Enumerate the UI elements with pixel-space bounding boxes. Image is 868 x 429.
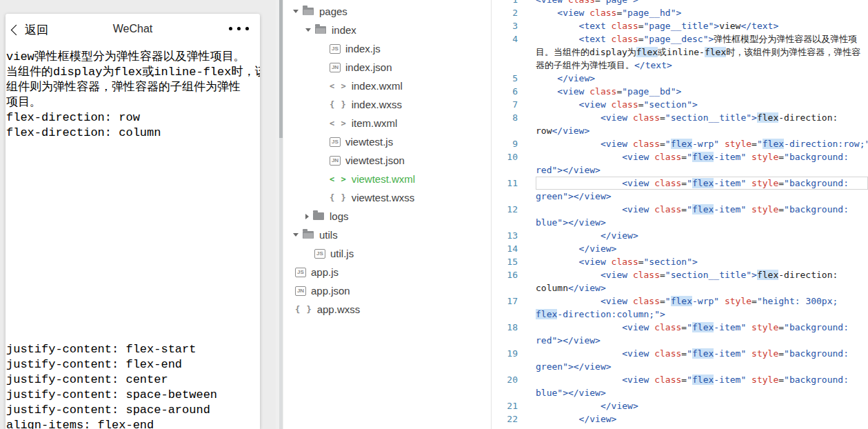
scrollbar-thumb[interactable]	[279, 0, 283, 138]
tree-item-item-wxml[interactable]: < >item.wxml	[283, 114, 491, 132]
code-line-19[interactable]: 19 <view class="flex-item" style="backgr…	[492, 347, 868, 360]
code-token: =	[660, 270, 665, 280]
tree-item-app-js[interactable]: JSapp.js	[283, 263, 491, 281]
tree-item-pages[interactable]: pages	[283, 2, 491, 21]
nav-menu-button[interactable]	[229, 27, 249, 30]
tree-item-util-js[interactable]: JSutil.js	[283, 244, 491, 263]
phone-body-text: view弹性框模型分为弹性容器以及弹性项目。当组件的display为flex或i…	[6, 50, 260, 141]
code-text: red"></view>	[536, 163, 868, 177]
code-token: -direction:	[778, 270, 838, 280]
code-token: =	[681, 322, 687, 332]
code-line-16[interactable]: 16 <view class="section__title">flex-dir…	[492, 268, 868, 281]
code-line-wrap[interactable]: red"></view>	[492, 334, 868, 347]
code-token: <view	[536, 322, 654, 332]
chevron-down-icon[interactable]	[293, 233, 299, 237]
code-line-17[interactable]: 17 <view class="flex-wrp" style="height:…	[492, 295, 868, 308]
tree-item-app-json[interactable]: JNapp.json	[283, 281, 491, 300]
tree-item-logs[interactable]: logs	[283, 207, 491, 226]
gutter-spacer	[518, 295, 536, 308]
phone-nav-bar: 返回 WeChat	[6, 14, 260, 44]
code-text: </view>	[536, 399, 868, 412]
chevron-right-icon[interactable]	[305, 214, 309, 219]
code-line-wrap[interactable]: blue"></view>	[492, 216, 868, 229]
line-number: 13	[492, 229, 518, 242]
tree-item-app-wxss[interactable]: { }app.wxss	[283, 300, 491, 319]
chevron-down-icon[interactable]	[305, 28, 311, 32]
code-line-11[interactable]: 11 <view class="flex-item" style="backgr…	[492, 177, 868, 190]
code-token: >	[751, 270, 757, 280]
json-file-icon: JN	[330, 63, 341, 72]
folder-icon	[313, 212, 324, 220]
code-line-5[interactable]: 5 </view>	[492, 72, 868, 85]
code-line-wrap[interactable]: column</view>	[492, 281, 868, 295]
code-line-wrap[interactable]: flex-direction:column;">	[492, 308, 868, 321]
tree-item-viewtest-json[interactable]: JNviewtest.json	[283, 151, 491, 170]
code-token: class	[654, 204, 681, 214]
code-token: style	[751, 322, 778, 332]
tree-item-label: index.wxml	[352, 80, 403, 92]
gutter-spacer	[518, 150, 536, 163]
tree-item-index[interactable]: index	[283, 21, 491, 39]
code-line-14[interactable]: 14 </view>	[492, 242, 868, 255]
tree-item-index-wxml[interactable]: < >index.wxml	[283, 77, 491, 95]
code-line-13[interactable]: 13 </view>	[492, 229, 868, 242]
code-token: -item"	[714, 348, 751, 359]
code-token: <view	[536, 0, 568, 5]
code-line-4[interactable]: 4 <text class="page__desc">弹性框模型分为弹性容器以及…	[492, 32, 868, 46]
code-text: green"></view>	[536, 190, 868, 203]
tree-item-viewtest-js[interactable]: JSviewtest.js	[283, 132, 491, 151]
code-line-21[interactable]: 21 </view>	[492, 399, 868, 412]
gutter-spacer	[518, 399, 536, 412]
tree-item-viewtest-wxml[interactable]: < >viewtest.wxml	[283, 170, 491, 188]
code-line-3[interactable]: 3 <text class="page__title">view</text>	[492, 19, 868, 32]
tree-item-index-js[interactable]: JSindex.js	[283, 39, 491, 58]
code-line-6[interactable]: 6 <view class="page__bd">	[492, 85, 868, 98]
code-token: =	[751, 139, 757, 149]
gutter-spacer	[518, 360, 536, 373]
code-line-wrap[interactable]: blue"></view>	[492, 386, 868, 399]
gutter-spacer	[518, 203, 536, 216]
code-token: "background:	[784, 178, 849, 188]
tree-item-label: pages	[319, 6, 347, 17]
code-token: style	[751, 348, 778, 359]
code-token: ></view>	[563, 217, 606, 228]
gutter-spacer	[518, 347, 536, 360]
code-line-20[interactable]: 20 <view class="flex-item" style="backgr…	[492, 373, 868, 386]
code-line-wrap[interactable]: green"></view>	[492, 360, 868, 373]
code-line-wrap[interactable]: green"></view>	[492, 190, 868, 203]
code-token: ></view>	[557, 335, 600, 346]
code-line-wrap[interactable]: 目。当组件的display为flex或inline-flex时，该组件则为弹性容…	[492, 46, 868, 59]
code-line-7[interactable]: 7 <view class="section">	[492, 98, 868, 111]
code-line-18[interactable]: 18 <view class="flex-item" style="backgr…	[492, 321, 868, 334]
tree-item-index-json[interactable]: JNindex.json	[283, 58, 491, 77]
code-token: =	[660, 112, 665, 123]
code-line-12[interactable]: 12 <view class="flex-item" style="backgr…	[492, 203, 868, 216]
code-line-10[interactable]: 10 <view class="flex-item" style="backgr…	[492, 150, 868, 163]
code-text: <view class="flex-wrp" style="height: 30…	[536, 295, 868, 308]
code-token: class	[633, 296, 660, 306]
code-token: 器的子组件为弹性项目。	[536, 60, 634, 70]
code-line-2[interactable]: 2 <view class="page__hd">	[492, 6, 868, 19]
code-line-1[interactable]: 1<view class="page">	[492, 0, 868, 6]
js-file-icon: JS	[330, 137, 341, 147]
tree-item-utils[interactable]: utils	[283, 226, 491, 244]
code-token: =	[681, 152, 687, 162]
tree-item-viewtest-wxss[interactable]: { }viewtest.wxss	[283, 188, 491, 207]
gutter-spacer	[518, 46, 536, 59]
code-token: </view>	[536, 230, 638, 241]
line-number	[492, 190, 518, 203]
code-line-wrap[interactable]: row</view>	[492, 124, 868, 137]
code-line-9[interactable]: 9 <view class="flex-wrp" style="flex-dir…	[492, 137, 868, 150]
chevron-down-icon[interactable]	[293, 10, 299, 13]
code-line-wrap[interactable]: 器的子组件为弹性项目。</text>	[492, 59, 868, 72]
code-line-8[interactable]: 8 <view class="section__title">flex-dire…	[492, 111, 868, 124]
tree-item-index-wxss[interactable]: { }index.wxss	[283, 95, 491, 114]
code-line-wrap[interactable]: red"></view>	[492, 163, 868, 177]
code-token: class	[654, 348, 681, 359]
code-line-22[interactable]: 22 </view>	[492, 412, 868, 426]
code-token: flex	[692, 152, 714, 162]
line-number: 15	[492, 255, 518, 268]
line-number: 12	[492, 203, 518, 216]
code-token: flex	[636, 47, 658, 57]
code-line-15[interactable]: 15 <view class="section">	[492, 255, 868, 268]
